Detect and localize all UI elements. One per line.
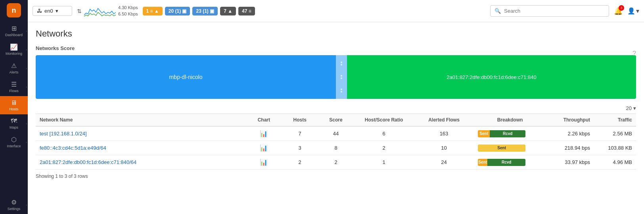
sidebar-label-hosts: Hosts xyxy=(9,107,18,111)
alert-badge-3[interactable]: 23 (1) ▣ xyxy=(192,7,218,15)
ratio-cell-3: 1 xyxy=(354,155,414,170)
network-link-1[interactable]: test [192.168.1.0/24] xyxy=(40,131,87,137)
score-cell-2: 8 xyxy=(318,141,354,155)
dashboard-icon: ⊞ xyxy=(12,25,17,32)
alert-badge-4[interactable]: 7 ▲ xyxy=(220,7,236,15)
table-row: 2a01:827:2dfe:db00:fc1d:6dee:c71:840/64 … xyxy=(36,155,636,170)
alerts-cell-2: 10 xyxy=(414,141,474,155)
network-link-3[interactable]: 2a01:827:2dfe:db00:fc1d:6dee:c71:840/64 xyxy=(40,159,136,165)
sidebar-item-hosts[interactable]: 🖥 Hosts xyxy=(0,96,28,114)
alert-badge-5-text: 47 ≡ xyxy=(242,8,251,14)
notification-count: 3 xyxy=(619,5,624,11)
chart-icon-1[interactable]: 📊 xyxy=(260,130,268,137)
col-header-alerts: Alerted Flows xyxy=(414,114,474,127)
breakdown-bar-3: Sent Rcvd xyxy=(478,159,525,166)
ratio-cell-1: 6 xyxy=(354,126,414,141)
col-header-ratio: Host/Score Ratio xyxy=(354,114,414,127)
chart-icon-2[interactable]: 📊 xyxy=(260,145,268,151)
sidebar-label-settings: Settings xyxy=(8,207,21,211)
interface-selector[interactable]: 🖧 en0 ▾ xyxy=(33,6,72,16)
sidebar-item-flows[interactable]: ☰ Flows › xyxy=(0,77,28,96)
hosts-cell-1: 7 xyxy=(282,126,318,141)
bar-sent-3: Sent xyxy=(478,159,487,166)
chart-icon-3[interactable]: 📊 xyxy=(260,159,268,166)
chevron-right-icon: › xyxy=(26,140,27,144)
page-size-selector[interactable]: 20 ▾ xyxy=(626,105,636,111)
chart-cell-2: 📊 xyxy=(246,141,282,155)
bar-sent-1: Sent xyxy=(478,130,490,137)
alerts-cell-1: 163 xyxy=(414,126,474,141)
alert-badge-5[interactable]: 47 ≡ xyxy=(238,7,255,15)
sidebar-item-settings[interactable]: ⚙ Settings › xyxy=(0,195,28,214)
alert-badges: 1 ≡ ▲ 20 (1) ▣ 23 (1) ▣ 7 ▲ 47 ≡ xyxy=(143,7,255,15)
chevron-right-icon: › xyxy=(26,85,27,89)
sidebar-label-monitoring: Monitoring xyxy=(6,52,22,56)
networks-table: Network Name Chart Hosts Score Host/Scor… xyxy=(36,114,636,170)
divider-dots-bot xyxy=(341,89,342,93)
notifications-bell[interactable]: 🔔 3 xyxy=(614,7,623,15)
alert-badge-1[interactable]: 1 ≡ ▲ xyxy=(143,7,163,15)
settings-icon: ⚙ xyxy=(11,199,17,206)
col-header-hosts: Hosts xyxy=(282,114,318,127)
treemap: mbp-dl-nicolo 2a01:827:2dfe:db00:fc1d:6d… xyxy=(36,55,636,99)
maps-icon: 🗺 xyxy=(11,118,17,125)
user-menu[interactable]: 👤▾ xyxy=(627,7,639,15)
network-name-2: fe80::4c3:cd4c:5d1a:e49d/64 xyxy=(36,141,246,155)
sidebar-item-maps[interactable]: 🗺 Maps › xyxy=(0,114,28,133)
app-logo[interactable]: n xyxy=(7,3,21,17)
throughput-cell-2: 218.94 bps xyxy=(546,141,594,155)
sidebar-label-alerts: Alerts xyxy=(9,70,18,74)
topbar-icons: 🔔 3 👤▾ xyxy=(614,7,639,15)
bar-rcvd-3: Rcvd xyxy=(487,159,525,166)
sidebar-label-dashboard: Dashboard xyxy=(5,33,23,37)
sidebar-item-interface[interactable]: ⬡ Interface › xyxy=(0,133,28,151)
alert-badge-1-text: 1 ≡ ▲ xyxy=(146,8,159,14)
chart-cell-3: 📊 xyxy=(246,155,282,170)
traffic-up: 4.30 Kbps xyxy=(118,5,138,11)
traffic-chart-area: ⇅ 4.30 Kbps 6.50 Kbps xyxy=(77,5,138,17)
sidebar-item-alerts[interactable]: ⚠ Alerts › xyxy=(0,59,28,77)
traffic-cell-3: 4.96 MB xyxy=(594,155,636,170)
interface-icon: ⬡ xyxy=(11,136,17,143)
breakdown-cell-2: Sent xyxy=(474,141,546,155)
topbar: 🖧 en0 ▾ ⇅ 4.30 Kbps 6.50 Kbps 1 ≡ ▲ xyxy=(28,0,644,22)
col-header-traffic: Traffic xyxy=(594,114,636,127)
throughput-cell-1: 2.26 kbps xyxy=(546,126,594,141)
sidebar: n ⊞ Dashboard › 📈 Monitoring › ⚠ Alerts … xyxy=(0,0,28,214)
traffic-cell-1: 2.56 MB xyxy=(594,126,636,141)
throughput-cell-3: 33.97 kbps xyxy=(546,155,594,170)
network-name-3: 2a01:827:2dfe:db00:fc1d:6dee:c71:840/64 xyxy=(36,155,246,170)
treemap-right-block[interactable]: 2a01:827:2dfe:db00:fc1d:6dee:c71:840 xyxy=(347,55,636,99)
treemap-left-block[interactable]: mbp-dl-nicolo xyxy=(36,55,336,99)
search-icon: 🔍 xyxy=(494,8,501,14)
breakdown-bar-1: Sent Rcvd xyxy=(478,130,525,137)
table-header-controls: 20 ▾ xyxy=(36,105,636,111)
col-header-name: Network Name xyxy=(36,114,246,127)
traffic-values: 4.30 Kbps 6.50 Kbps xyxy=(118,5,138,17)
alert-badge-2[interactable]: 20 (1) ▣ xyxy=(165,7,190,15)
page-size-value: 20 xyxy=(626,105,632,111)
flows-icon: ☰ xyxy=(11,81,17,88)
col-header-throughput: Throughput xyxy=(546,114,594,127)
sidebar-item-dashboard[interactable]: ⊞ Dashboard › xyxy=(0,21,28,40)
sidebar-label-maps: Maps xyxy=(10,125,18,129)
bar-sent-2: Sent xyxy=(478,145,525,152)
user-chevron-icon: ▾ xyxy=(636,7,639,15)
chart-cell-1: 📊 xyxy=(246,126,282,141)
hosts-cell-2: 3 xyxy=(282,141,318,155)
network-link-2[interactable]: fe80::4c3:cd4c:5d1a:e49d/64 xyxy=(40,145,106,151)
search-input[interactable] xyxy=(504,8,605,14)
treemap-left-label: mbp-dl-nicolo xyxy=(169,74,202,80)
alerts-cell-3: 24 xyxy=(414,155,474,170)
chevron-right-icon: › xyxy=(26,48,27,51)
page-title: Networks xyxy=(36,29,636,39)
sidebar-item-monitoring[interactable]: 📈 Monitoring › xyxy=(0,40,28,59)
sidebar-label-interface: Interface xyxy=(7,144,21,148)
alerts-icon: ⚠ xyxy=(11,62,17,69)
table-row: fe80::4c3:cd4c:5d1a:e49d/64 📊 3 8 2 10 xyxy=(36,141,636,155)
search-bar[interactable]: 🔍 xyxy=(490,5,609,17)
help-icon[interactable]: ? xyxy=(632,50,636,57)
ratio-cell-2: 2 xyxy=(354,141,414,155)
breakdown-cell-3: Sent Rcvd xyxy=(474,155,546,170)
table-header-row: Network Name Chart Hosts Score Host/Scor… xyxy=(36,114,636,127)
